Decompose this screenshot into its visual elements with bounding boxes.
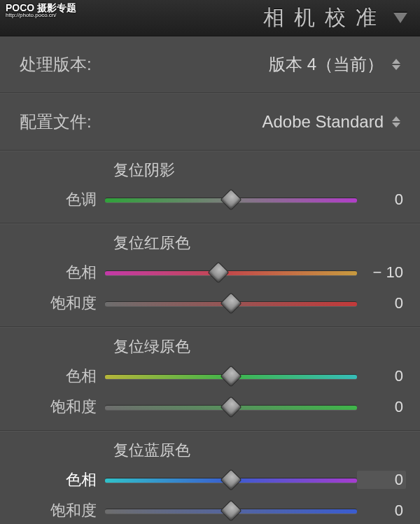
shadow-tint-row: 色调 0	[14, 188, 406, 212]
process-version-select[interactable]: 版本 4（当前）	[269, 53, 400, 76]
process-version-row: 处理版本: 版本 4（当前）	[0, 36, 420, 93]
slider-thumb[interactable]	[220, 292, 241, 314]
shadow-tint-value[interactable]: 0	[357, 191, 406, 209]
green-hue-slider[interactable]	[105, 370, 357, 382]
profile-label: 配置文件:	[20, 111, 92, 133]
watermark-logo: POCO 摄影专题 http://photo.poco.cn/	[6, 3, 76, 18]
profile-row: 配置文件: Adobe Standard	[0, 93, 420, 151]
red-hue-slider[interactable]	[105, 266, 357, 279]
blue-sat-label: 饱和度	[14, 500, 105, 521]
red-hue-value[interactable]: − 10	[357, 263, 406, 282]
red-section: 复位红原色 色相 − 10 饱和度 0	[0, 223, 420, 327]
green-hue-label: 色相	[14, 366, 105, 387]
red-sat-label: 饱和度	[14, 293, 105, 314]
slider-thumb[interactable]	[207, 261, 229, 283]
shadows-title: 复位阴影	[113, 160, 406, 181]
profile-select[interactable]: Adobe Standard	[262, 112, 400, 132]
blue-sat-row: 饱和度 0	[14, 499, 406, 523]
shadows-section: 复位阴影 色调 0	[0, 151, 420, 223]
slider-thumb[interactable]	[220, 365, 241, 387]
blue-sat-slider[interactable]	[105, 504, 357, 517]
slider-thumb[interactable]	[220, 188, 241, 210]
green-sat-label: 饱和度	[14, 397, 105, 418]
blue-title: 复位蓝原色	[113, 440, 406, 461]
blue-section: 复位蓝原色 色相 0 饱和度 0	[0, 431, 420, 524]
updown-icon	[392, 59, 400, 70]
slider-track	[105, 270, 357, 276]
red-sat-row: 饱和度 0	[14, 291, 406, 315]
slider-thumb[interactable]	[220, 499, 241, 521]
blue-hue-value[interactable]: 0	[357, 471, 406, 489]
updown-icon	[392, 116, 400, 127]
green-hue-value[interactable]: 0	[357, 367, 406, 385]
blue-sat-value[interactable]: 0	[357, 502, 406, 520]
red-title: 复位红原色	[113, 233, 406, 254]
shadow-tint-label: 色调	[14, 189, 105, 210]
green-hue-row: 色相 0	[14, 364, 406, 388]
slider-thumb[interactable]	[220, 469, 241, 490]
panel-title: 相机校准	[263, 4, 386, 32]
green-section: 复位绿原色 色相 0 饱和度 0	[0, 327, 420, 431]
process-version-label: 处理版本:	[20, 53, 92, 76]
green-sat-slider[interactable]	[105, 401, 357, 413]
red-sat-slider[interactable]	[105, 297, 357, 310]
slider-thumb[interactable]	[220, 396, 241, 418]
green-sat-row: 饱和度 0	[14, 395, 406, 419]
red-hue-label: 色相	[14, 262, 105, 283]
green-title: 复位绿原色	[113, 336, 406, 357]
blue-hue-label: 色相	[14, 469, 105, 490]
red-hue-row: 色相 − 10	[14, 261, 406, 284]
shadow-tint-slider[interactable]	[105, 193, 357, 206]
blue-hue-slider[interactable]	[105, 474, 357, 486]
collapse-icon	[393, 13, 407, 23]
red-sat-value[interactable]: 0	[357, 294, 406, 312]
green-sat-value[interactable]: 0	[357, 398, 406, 416]
blue-hue-row: 色相 0	[14, 468, 406, 492]
